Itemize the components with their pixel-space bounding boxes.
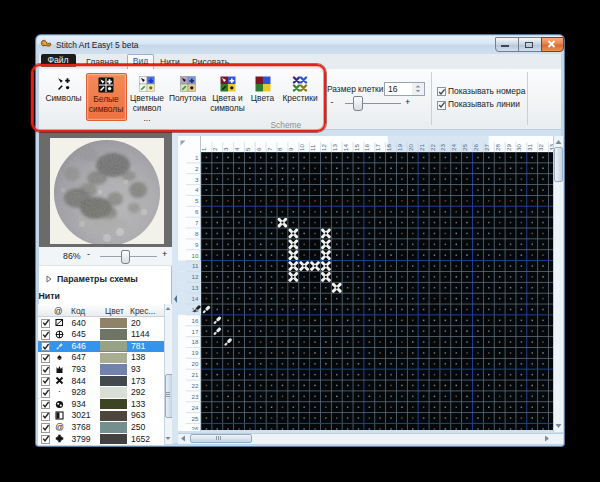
svg-text:17: 17 (191, 327, 198, 334)
svg-text:7: 7 (265, 147, 272, 151)
svg-text:12: 12 (191, 273, 198, 280)
svg-text:31: 31 (526, 144, 533, 151)
svg-text:19: 19 (191, 349, 198, 356)
svg-text:27: 27 (482, 144, 489, 151)
svg-text:4: 4 (195, 186, 199, 193)
svg-text:17: 17 (374, 144, 381, 151)
svg-text:4: 4 (233, 147, 240, 151)
svg-text:10: 10 (191, 251, 198, 258)
svg-text:18: 18 (191, 338, 198, 345)
svg-text:9: 9 (287, 147, 294, 151)
svg-text:1: 1 (195, 154, 199, 161)
svg-text:24: 24 (191, 403, 198, 410)
svg-text:1: 1 (200, 147, 207, 151)
svg-text:3: 3 (222, 147, 229, 151)
svg-text:23: 23 (191, 393, 198, 400)
svg-text:22: 22 (428, 144, 435, 151)
svg-text:14: 14 (341, 144, 348, 151)
svg-text:5: 5 (195, 197, 199, 204)
svg-text:23: 23 (439, 144, 446, 151)
svg-text:24: 24 (450, 144, 457, 151)
svg-text:11: 11 (192, 262, 199, 269)
svg-text:28: 28 (493, 144, 500, 151)
svg-text:2: 2 (195, 164, 199, 171)
svg-text:21: 21 (417, 144, 424, 151)
svg-text:16: 16 (191, 316, 198, 323)
svg-text:20: 20 (406, 144, 413, 151)
svg-text:19: 19 (395, 144, 402, 151)
svg-text:5: 5 (243, 147, 250, 151)
svg-text:30: 30 (515, 144, 522, 151)
svg-text:26: 26 (471, 144, 478, 151)
svg-text:6: 6 (254, 147, 261, 151)
svg-text:16: 16 (363, 144, 370, 151)
svg-text:10: 10 (298, 144, 305, 151)
svg-text:8: 8 (195, 230, 199, 237)
svg-text:11: 11 (309, 144, 316, 151)
svg-text:29: 29 (504, 144, 511, 151)
svg-text:22: 22 (191, 382, 198, 389)
svg-text:7: 7 (195, 219, 199, 226)
svg-text:18: 18 (385, 144, 392, 151)
svg-text:21: 21 (191, 371, 198, 378)
svg-text:2: 2 (211, 147, 218, 151)
svg-text:6: 6 (195, 208, 199, 215)
svg-text:13: 13 (330, 144, 337, 151)
svg-text:26: 26 (191, 425, 198, 430)
svg-text:8: 8 (276, 147, 283, 151)
svg-text:32: 32 (537, 144, 544, 151)
svg-text:9: 9 (195, 240, 199, 247)
svg-text:3: 3 (195, 175, 199, 182)
svg-text:25: 25 (191, 414, 198, 421)
svg-text:20: 20 (191, 360, 198, 367)
svg-text:25: 25 (461, 144, 468, 151)
svg-text:13: 13 (191, 284, 198, 291)
svg-text:14: 14 (191, 295, 198, 302)
svg-text:12: 12 (319, 144, 326, 151)
svg-text:15: 15 (352, 144, 359, 151)
